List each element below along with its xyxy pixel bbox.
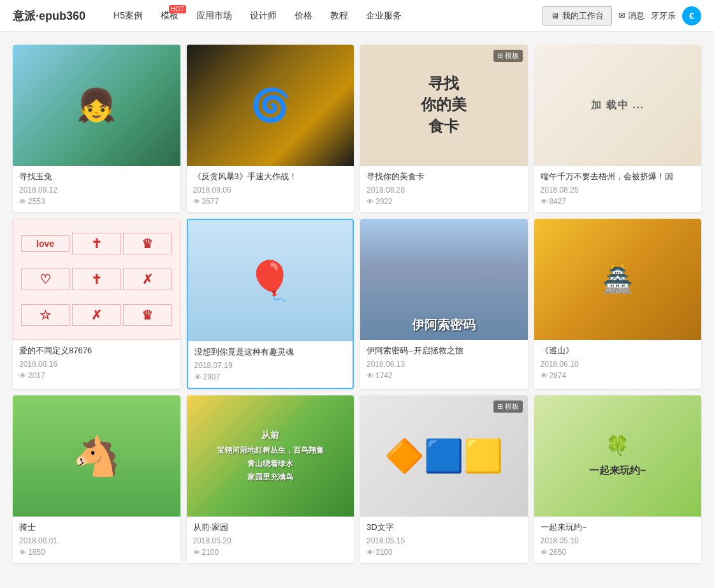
card-date: 2018.06.13 bbox=[367, 360, 521, 369]
card-title: 《巡山》 bbox=[541, 345, 696, 356]
card-info: 寻找你的美食卡2018.08.28👁 3922 bbox=[360, 166, 528, 212]
card-thumb-bg: 🏯 bbox=[534, 219, 702, 340]
workspace-label: 我的工作台 bbox=[562, 10, 604, 22]
card-views: 👁 2017 bbox=[19, 371, 174, 380]
card-thumbnail: 从前宝翎河湿地红树丛生，百鸟翔集青山绕着绿水家园里充满鸟 bbox=[187, 395, 354, 517]
card-thumb-bg: 🌀 bbox=[187, 45, 354, 166]
message-label: 消息 bbox=[628, 10, 645, 22]
card-date: 2018.07.19 bbox=[194, 361, 347, 370]
card-views: 👁 2874 bbox=[541, 371, 696, 380]
badge-icon: ⊞ bbox=[497, 52, 503, 60]
nav-label-tutorial: 教程 bbox=[330, 10, 348, 22]
card-thumbnail: love✝♛♡✝✗☆✗♛ bbox=[13, 219, 180, 340]
nav-item-designer[interactable]: 设计师 bbox=[241, 0, 286, 32]
card-title: 骑士 bbox=[19, 522, 174, 533]
workspace-button[interactable]: 🖥 我的工作台 bbox=[543, 6, 612, 26]
hot-badge: HOT bbox=[169, 5, 186, 13]
card-info: 骑士2018.06.01👁 1850 bbox=[13, 517, 180, 563]
card-info: 爱的不同定义876762018.08.16👁 2017 bbox=[13, 340, 180, 386]
eye-icon: 👁 bbox=[541, 372, 548, 379]
card-views: 👁 1850 bbox=[19, 548, 174, 557]
card-info: 一起来玩约~2018.05.10👁 2650 bbox=[534, 517, 702, 563]
card-date: 2018.08.25 bbox=[541, 186, 696, 195]
card-thumbnail: 🌀 bbox=[187, 45, 354, 166]
card-item[interactable]: 🌀《反贪风暴3》手速大作战！2018.09.06👁 3577 bbox=[187, 45, 354, 212]
card-views: 👁 3922 bbox=[367, 197, 521, 206]
card-date: 2018.06.01 bbox=[19, 536, 174, 545]
card-title: 一起来玩约~ bbox=[541, 522, 696, 533]
card-item[interactable]: 🎈没想到你竟是这种有趣灵魂2018.07.19👁 2907 bbox=[187, 219, 354, 389]
card-thumbnail: 伊阿索密码 bbox=[360, 219, 528, 340]
card-item[interactable]: 🔶🟦🟨⊞ 模板3D文字2018.05.15👁 3100 bbox=[360, 395, 528, 563]
nav-item-tutorial[interactable]: 教程 bbox=[321, 0, 357, 32]
logo[interactable]: 意派·epub360 bbox=[13, 8, 85, 24]
card-title: 爱的不同定义87676 bbox=[19, 345, 174, 356]
card-thumb-bg: 从前宝翎河湿地红树丛生，百鸟翔集青山绕着绿水家园里充满鸟 bbox=[187, 395, 354, 517]
card-thumb-bg: love✝♛♡✝✗☆✗♛ bbox=[13, 219, 180, 340]
eye-icon: 👁 bbox=[19, 372, 26, 379]
avatar[interactable]: € bbox=[682, 6, 701, 26]
nav-menu: H5案例 模板 HOT 应用市场 设计师 价格 教程 企业服务 bbox=[105, 0, 543, 32]
template-badge: ⊞ 模板 bbox=[493, 401, 523, 413]
message-button[interactable]: ✉ 消息 bbox=[618, 10, 645, 22]
card-date: 2018.05.10 bbox=[541, 536, 696, 545]
card-thumbnail: 🔶🟦🟨⊞ 模板 bbox=[360, 395, 528, 517]
card-thumb-bg: 🐴 bbox=[13, 395, 180, 517]
eye-icon: 👁 bbox=[19, 548, 26, 556]
card-date: 2018.09.06 bbox=[193, 186, 348, 195]
nav-item-template[interactable]: 模板 HOT bbox=[152, 0, 187, 32]
card-thumb-bg: 👧 bbox=[13, 45, 180, 166]
card-views: 👁 1742 bbox=[367, 371, 521, 380]
card-views: 👁 2553 bbox=[19, 197, 174, 206]
nav-item-appmarket[interactable]: 应用市场 bbox=[187, 0, 241, 32]
card-thumbnail: 加 载中 ... bbox=[534, 45, 702, 166]
card-item[interactable]: 从前宝翎河湿地红树丛生，百鸟翔集青山绕着绿水家园里充满鸟从前·家园2018.05… bbox=[187, 395, 354, 563]
card-thumbnail: 🏯 bbox=[534, 219, 702, 340]
card-thumb-bg: 寻找你的美食卡 bbox=[360, 45, 528, 166]
nav-label-h5: H5案例 bbox=[113, 10, 143, 22]
card-info: 《巡山》2018.06.10👁 2874 bbox=[534, 340, 702, 386]
avatar-letter: € bbox=[689, 11, 694, 21]
card-item[interactable]: 伊阿索密码伊阿索密码--开启拯救之旅2018.06.13👁 1742 bbox=[360, 219, 528, 389]
nav-label-designer: 设计师 bbox=[250, 10, 277, 22]
card-date: 2018.06.10 bbox=[541, 360, 696, 369]
card-title: 寻找玉兔 bbox=[19, 171, 174, 182]
eye-icon: 👁 bbox=[194, 373, 201, 381]
card-title: 端午千万不要去梧州，会被挤爆！因 bbox=[541, 171, 696, 182]
card-title: 3D文字 bbox=[367, 522, 521, 533]
eye-icon: 👁 bbox=[541, 198, 548, 205]
card-thumb-bg: 加 载中 ... bbox=[534, 45, 702, 166]
card-views: 👁 2650 bbox=[541, 548, 696, 557]
card-item[interactable]: love✝♛♡✝✗☆✗♛爱的不同定义876762018.08.16👁 2017 bbox=[13, 219, 180, 389]
card-thumbnail: 寻找你的美食卡⊞ 模板 bbox=[360, 45, 528, 166]
logo-text: 意派·epub360 bbox=[13, 8, 85, 24]
card-thumbnail: 👧 bbox=[13, 45, 180, 166]
eye-icon: 👁 bbox=[367, 198, 374, 205]
card-item[interactable]: 🏯《巡山》2018.06.10👁 2874 bbox=[534, 219, 702, 389]
card-title: 寻找你的美食卡 bbox=[367, 171, 521, 182]
card-item[interactable]: 寻找你的美食卡⊞ 模板寻找你的美食卡2018.08.28👁 3922 bbox=[360, 45, 528, 212]
card-thumb-bg: 🍀一起来玩约~ bbox=[534, 395, 702, 517]
card-date: 2018.05.15 bbox=[367, 536, 521, 545]
card-item[interactable]: 🍀一起来玩约~一起来玩约~2018.05.10👁 2650 bbox=[534, 395, 702, 563]
card-thumbnail: 🎈 bbox=[188, 220, 353, 341]
card-title: 从前·家园 bbox=[193, 522, 348, 533]
mail-icon: ✉ bbox=[618, 11, 625, 20]
card-item[interactable]: 🐴骑士2018.06.01👁 1850 bbox=[13, 395, 180, 563]
header-right: 🖥 我的工作台 ✉ 消息 牙牙乐 € bbox=[543, 6, 701, 26]
nav-item-enterprise[interactable]: 企业服务 bbox=[357, 0, 411, 32]
card-title: 没想到你竟是这种有趣灵魂 bbox=[194, 346, 347, 358]
nav-item-price[interactable]: 价格 bbox=[286, 0, 321, 32]
card-date: 2018.09.12 bbox=[19, 186, 174, 195]
card-date: 2018.08.16 bbox=[19, 360, 174, 369]
nav-item-h5[interactable]: H5案例 bbox=[105, 0, 152, 32]
card-item[interactable]: 加 载中 ...端午千万不要去梧州，会被挤爆！因2018.08.25👁 8427 bbox=[534, 45, 702, 212]
eye-icon: 👁 bbox=[193, 198, 200, 205]
username[interactable]: 牙牙乐 bbox=[651, 10, 676, 22]
card-item[interactable]: 👧寻找玉兔2018.09.12👁 2553 bbox=[13, 45, 180, 212]
card-thumbnail: 🐴 bbox=[13, 395, 180, 517]
card-thumb-bg: 🔶🟦🟨 bbox=[360, 395, 528, 517]
card-title: 《反贪风暴3》手速大作战！ bbox=[193, 171, 348, 182]
eye-icon: 👁 bbox=[19, 198, 26, 205]
card-thumbnail: 🍀一起来玩约~ bbox=[534, 395, 702, 517]
